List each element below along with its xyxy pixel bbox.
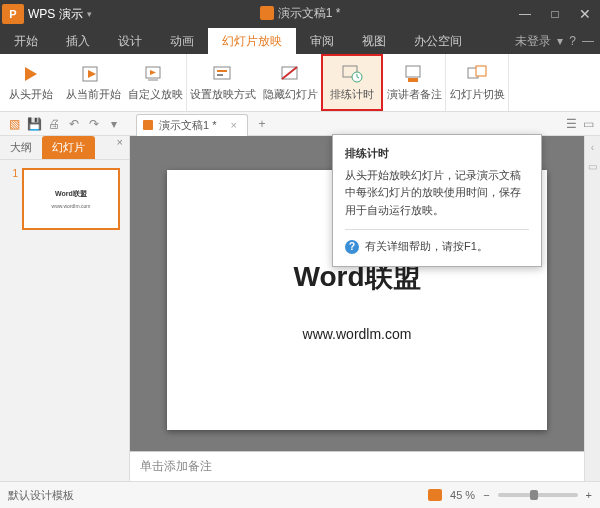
play-icon xyxy=(20,63,42,85)
menu-tab-animate[interactable]: 动画 xyxy=(156,28,208,54)
ribbon-hide-slide[interactable]: 隐藏幻灯片 xyxy=(259,54,321,111)
menu-tab-slideshow[interactable]: 幻灯片放映 xyxy=(208,28,296,54)
notes-pane[interactable]: 单击添加备注 xyxy=(130,451,584,481)
statusbar: 默认设计模板 45 % − + xyxy=(0,481,600,508)
ribbon-from-current[interactable]: 从当前开始 xyxy=(62,54,124,111)
menu-tab-design[interactable]: 设计 xyxy=(104,28,156,54)
zoom-slider[interactable] xyxy=(498,493,578,497)
ribbon: 从头开始 从当前开始 自定义放映 设置放映方式 隐藏幻灯片 排练计时 演讲者备注 xyxy=(0,54,600,112)
svg-rect-7 xyxy=(217,74,223,76)
panel-close[interactable]: × xyxy=(111,136,129,159)
panel-tab-outline[interactable]: 大纲 xyxy=(0,136,42,159)
ribbon-from-start[interactable]: 从头开始 xyxy=(0,54,62,111)
left-panel: 大纲 幻灯片 × 1 Word联盟 www.wordlm.com xyxy=(0,136,130,481)
svg-rect-12 xyxy=(406,66,420,77)
ribbon-custom-show[interactable]: 自定义放映 xyxy=(124,54,186,111)
thumb-title: Word联盟 xyxy=(55,189,87,199)
rail-chevron-icon[interactable]: ‹ xyxy=(591,142,594,153)
svg-marker-4 xyxy=(150,70,156,75)
svg-marker-0 xyxy=(25,67,37,81)
menu-tab-view[interactable]: 视图 xyxy=(348,28,400,54)
rehearse-icon xyxy=(341,63,363,85)
quick-access-bar: ▧ 💾 🖨 ↶ ↷ ▾ 演示文稿1 * × + ☰ ▭ xyxy=(0,112,600,136)
thumb-number: 1 xyxy=(6,168,18,230)
window-min[interactable]: — xyxy=(510,0,540,28)
doc-tab[interactable]: 演示文稿1 * × xyxy=(136,114,248,136)
setup-icon xyxy=(212,63,234,85)
save-icon[interactable]: 💾 xyxy=(24,114,44,134)
new-doc-icon[interactable]: ▧ xyxy=(4,114,24,134)
ribbon-label: 幻灯片切换 xyxy=(450,87,505,102)
zoom-out[interactable]: − xyxy=(483,489,489,501)
slide-subtitle[interactable]: www.wordlm.com xyxy=(303,326,412,342)
ribbon-label: 从头开始 xyxy=(9,87,53,102)
custom-show-icon xyxy=(144,63,166,85)
menubar: 开始 插入 设计 动画 幻灯片放映 审阅 视图 办公空间 未登录 ▾ ? — xyxy=(0,28,600,54)
view-normal-icon[interactable] xyxy=(428,489,442,501)
doc-tab-close[interactable]: × xyxy=(230,119,236,131)
print-icon[interactable]: 🖨 xyxy=(44,114,64,134)
help-icon[interactable]: ? xyxy=(569,34,576,48)
svg-rect-13 xyxy=(408,78,418,82)
svg-marker-2 xyxy=(88,70,96,78)
ribbon-label: 设置放映方式 xyxy=(190,87,256,102)
tooltip-title: 排练计时 xyxy=(345,145,529,163)
tooltip-rehearse: 排练计时 从头开始放映幻灯片，记录演示文稿中每张幻灯片的放映使用时间，保存用于自… xyxy=(332,134,542,267)
menu-tab-insert[interactable]: 插入 xyxy=(52,28,104,54)
help-icon: ? xyxy=(345,240,359,254)
window-max[interactable]: □ xyxy=(540,0,570,28)
thumbnail-area: 1 Word联盟 www.wordlm.com xyxy=(0,160,129,481)
ribbon-rehearse[interactable]: 排练计时 xyxy=(321,54,383,111)
notes-icon xyxy=(403,63,425,85)
add-doc-tab[interactable]: + xyxy=(252,117,272,131)
titlebar: P WPS 演示 ▾ 演示文稿1 * — □ ✕ xyxy=(0,0,600,28)
tooltip-help: 有关详细帮助，请按F1。 xyxy=(365,238,488,256)
slide-thumbnail[interactable]: Word联盟 www.wordlm.com xyxy=(22,168,120,230)
ribbon-transition[interactable]: 幻灯片切换 xyxy=(446,54,508,111)
ribbon-label: 从当前开始 xyxy=(66,87,121,102)
ribbon-label: 排练计时 xyxy=(330,87,374,102)
slide-view-icon[interactable]: ▭ xyxy=(583,117,594,131)
menu-tab-start[interactable]: 开始 xyxy=(0,28,52,54)
app-menu-caret[interactable]: ▾ xyxy=(87,9,92,19)
svg-line-9 xyxy=(282,67,297,79)
menu-tab-office[interactable]: 办公空间 xyxy=(400,28,476,54)
ribbon-label: 隐藏幻灯片 xyxy=(263,87,318,102)
svg-rect-6 xyxy=(217,70,227,72)
thumb-subtitle: www.wordlm.com xyxy=(52,203,91,209)
window-close[interactable]: ✕ xyxy=(570,0,600,28)
hide-slide-icon xyxy=(279,63,301,85)
doc-title-icon xyxy=(260,6,274,20)
redo-icon[interactable]: ↷ xyxy=(84,114,104,134)
app-icon: P xyxy=(2,4,24,24)
status-template: 默认设计模板 xyxy=(8,488,74,503)
svg-rect-15 xyxy=(476,66,486,76)
tooltip-body: 从头开始放映幻灯片，记录演示文稿中每张幻灯片的放映使用时间，保存用于自动运行放映… xyxy=(345,167,529,220)
undo-icon[interactable]: ↶ xyxy=(64,114,84,134)
menu-tab-review[interactable]: 审阅 xyxy=(296,28,348,54)
transition-icon xyxy=(466,63,488,85)
zoom-value[interactable]: 45 % xyxy=(450,489,475,501)
doc-tab-label: 演示文稿1 * xyxy=(159,118,216,133)
ribbon-label: 演讲者备注 xyxy=(387,87,442,102)
ribbon-setup-show[interactable]: 设置放映方式 xyxy=(187,54,259,111)
options-icon[interactable]: — xyxy=(582,34,594,48)
play-current-icon xyxy=(82,63,104,85)
right-rail: ‹ ▭ xyxy=(584,136,600,481)
selection-icon[interactable]: ☰ xyxy=(566,117,577,131)
login-status[interactable]: 未登录 xyxy=(515,33,551,50)
doc-tab-icon xyxy=(143,120,153,130)
svg-rect-5 xyxy=(214,67,230,79)
login-caret-icon[interactable]: ▾ xyxy=(557,34,563,48)
app-name: WPS 演示 xyxy=(28,6,83,23)
qat-caret-icon[interactable]: ▾ xyxy=(104,114,124,134)
zoom-in[interactable]: + xyxy=(586,489,592,501)
panel-tab-slides[interactable]: 幻灯片 xyxy=(42,136,95,159)
ribbon-speaker-notes[interactable]: 演讲者备注 xyxy=(383,54,445,111)
ribbon-label: 自定义放映 xyxy=(128,87,183,102)
doc-title: 演示文稿1 * xyxy=(278,5,341,22)
rail-item-icon[interactable]: ▭ xyxy=(588,161,597,172)
